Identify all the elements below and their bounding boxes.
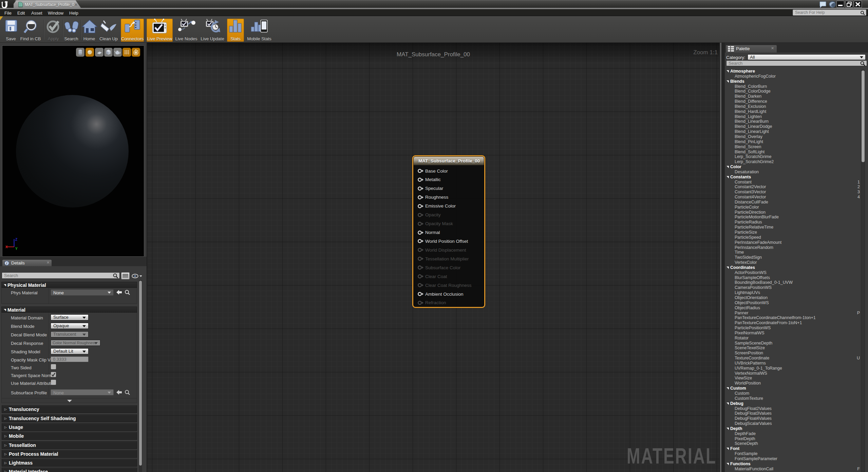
svg-text:Y: Y [15,247,18,251]
svg-text:Z: Z [15,238,17,241]
svg-text:i: i [6,261,7,265]
svg-text:X: X [5,245,8,249]
